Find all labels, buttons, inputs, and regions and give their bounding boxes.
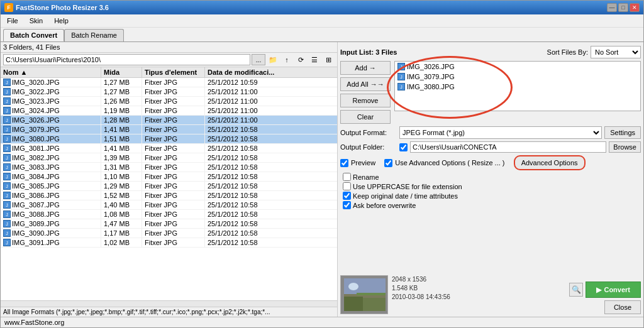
table-row[interactable]: J IMG_3079.JPG 1,41 MB Fitxer JPG 25/1/2… — [1, 125, 337, 134]
menu-file[interactable]: File — [3, 16, 22, 26]
list-item[interactable]: J IMG_3079.JPG — [395, 72, 640, 82]
file-icon: J — [3, 135, 11, 143]
table-row[interactable]: J IMG_3020.JPG 1,27 MB Fitxer JPG 25/1/2… — [1, 78, 337, 87]
play-icon: ▶ — [596, 286, 601, 294]
table-row[interactable]: J IMG_3023.JPG 1,26 MB Fitxer JPG 25/1/2… — [1, 97, 337, 106]
file-icon: J — [3, 126, 11, 133]
list-item[interactable]: J IMG_3080.JPG — [395, 82, 640, 92]
close-window-button[interactable]: ✕ — [630, 3, 640, 12]
file-type-cell: Fitxer JPG — [142, 210, 205, 219]
status-bar: www.FastStone.org — [1, 317, 643, 327]
table-row[interactable]: J IMG_3082.JPG 1,39 MB Fitxer JPG 25/1/2… — [1, 153, 337, 163]
add-button[interactable]: Add → — [340, 61, 391, 75]
output-folder-browse-button[interactable]: Browse — [609, 141, 641, 153]
toolbar-icon-2[interactable]: ↑ — [280, 54, 293, 65]
table-row[interactable]: J IMG_3080.JPG 1,51 MB Fitxer JPG 25/1/2… — [1, 134, 337, 144]
table-row[interactable]: J IMG_3084.JPG 1,10 MB Fitxer JPG 25/1/2… — [1, 172, 337, 182]
preview-svg — [341, 275, 387, 314]
svg-point-4 — [348, 283, 358, 290]
advanced-options-button[interactable]: Advanced Options — [514, 155, 586, 170]
file-type-cell: Fitxer JPG — [142, 238, 205, 247]
file-name-cell: J IMG_3024.JPG — [1, 106, 101, 115]
table-row[interactable]: J IMG_3085.JPG 1,29 MB Fitxer JPG 25/1/2… — [1, 182, 337, 191]
tab-batch-rename[interactable]: Batch Rename — [64, 29, 124, 41]
input-file-name: IMG_3026.JPG — [407, 63, 455, 70]
file-type-cell: Fitxer JPG — [142, 191, 205, 200]
table-row[interactable]: J IMG_3088.JPG 1,08 MB Fitxer JPG 25/1/2… — [1, 210, 337, 219]
rename-checkbox[interactable] — [343, 173, 351, 181]
output-folder-checkbox[interactable] — [399, 143, 408, 151]
table-row[interactable]: J IMG_3087.JPG 1,40 MB Fitxer JPG 25/1/2… — [1, 200, 337, 210]
toolbar-icon-4[interactable]: ☰ — [308, 54, 321, 65]
column-name[interactable]: Nom ▲ — [1, 67, 101, 77]
settings-button[interactable]: Settings — [604, 126, 641, 139]
minimize-button[interactable]: — — [607, 3, 617, 12]
table-row[interactable]: J IMG_3024.JPG 1,19 MB Fitxer JPG 25/1/2… — [1, 106, 337, 116]
preview-dimensions: 2048 x 1536 — [392, 275, 450, 284]
file-type-cell: Fitxer JPG — [142, 200, 205, 209]
file-name-cell: J IMG_3088.JPG — [1, 210, 101, 219]
toolbar-icon-5[interactable]: ⊞ — [322, 54, 335, 65]
adv-options-checkbox[interactable] — [384, 159, 392, 167]
horizontal-scrollbar[interactable] — [1, 300, 337, 307]
table-row[interactable]: J IMG_3086.JPG 1,52 MB Fitxer JPG 25/1/2… — [1, 191, 337, 200]
file-name-cell: J IMG_3082.JPG — [1, 153, 101, 162]
path-browse-button[interactable]: ... — [252, 54, 265, 65]
file-type-cell: Fitxer JPG — [142, 125, 205, 134]
toolbar-icon-3[interactable]: ⟳ — [294, 54, 307, 65]
column-type[interactable]: Tipus d'element — [142, 67, 205, 77]
file-date-cell: 25/1/2012 10:58 — [205, 125, 337, 134]
table-row[interactable]: J IMG_3089.JPG 1,47 MB Fitxer JPG 25/1/2… — [1, 219, 337, 229]
sort-select[interactable]: No Sort Name Size Date — [591, 46, 641, 58]
uppercase-checkbox[interactable] — [343, 182, 351, 190]
ask-overwrite-label: Ask before overwrite — [353, 202, 416, 209]
column-size[interactable]: Mida — [101, 67, 142, 77]
convert-label: Convert — [604, 286, 630, 293]
file-date-cell: 25/1/2012 11:00 — [205, 97, 337, 106]
svg-rect-7 — [363, 298, 386, 311]
add-all-button[interactable]: Add All →→ — [340, 77, 391, 91]
file-size-cell: 1,41 MB — [101, 144, 142, 153]
toolbar-icon-1[interactable]: 📁 — [267, 54, 279, 65]
file-size-cell: 1,40 MB — [101, 200, 142, 209]
output-folder-input[interactable] — [410, 141, 606, 153]
table-row[interactable]: J IMG_3083.JPG 1,31 MB Fitxer JPG 25/1/2… — [1, 163, 337, 172]
input-list-label: Input List: 3 Files — [340, 48, 397, 56]
path-input[interactable] — [3, 54, 250, 65]
file-name-cell: J IMG_3083.JPG — [1, 163, 101, 172]
sort-label: Sort Files By: — [547, 48, 588, 56]
menu-skin[interactable]: Skin — [26, 16, 47, 26]
file-size-cell: 1,39 MB — [101, 153, 142, 162]
table-row[interactable]: J IMG_3090.JPG 1,17 MB Fitxer JPG 25/1/2… — [1, 229, 337, 238]
file-filter-bar: All Image Formats (*.jpg;*.jpe;*.jpeg;*.… — [1, 307, 337, 317]
file-size-cell: 1,10 MB — [101, 172, 142, 181]
table-row[interactable]: J IMG_3022.JPG 1,27 MB Fitxer JPG 25/1/2… — [1, 87, 337, 97]
menu-help[interactable]: Help — [50, 16, 72, 26]
ask-overwrite-checkbox[interactable] — [343, 201, 351, 209]
table-row[interactable]: J IMG_3091.JPG 1,02 MB Fitxer JPG 25/1/2… — [1, 238, 337, 248]
keep-date-checkbox[interactable] — [343, 192, 351, 200]
magnify-button[interactable]: 🔍 — [569, 283, 583, 297]
close-button[interactable]: Close — [604, 300, 641, 314]
preview-checkbox[interactable] — [340, 159, 348, 167]
convert-button[interactable]: ▶ Convert — [586, 282, 641, 298]
remove-button[interactable]: Remove — [340, 94, 391, 107]
list-item[interactable]: J IMG_3026.JPG — [395, 62, 640, 72]
table-row[interactable]: J IMG_3026.JPG 1,28 MB Fitxer JPG 25/1/2… — [1, 116, 337, 125]
column-date[interactable]: Data de modificaci... — [205, 67, 337, 77]
input-file-name: IMG_3079.JPG — [407, 73, 455, 80]
tab-batch-convert[interactable]: Batch Convert — [3, 29, 64, 41]
file-name-cell: J IMG_3079.JPG — [1, 125, 101, 134]
clear-button[interactable]: Clear — [340, 110, 391, 124]
maximize-button[interactable]: □ — [618, 3, 628, 12]
file-name-cell: J IMG_3023.JPG — [1, 97, 101, 106]
table-row[interactable]: J IMG_3081.JPG 1,41 MB Fitxer JPG 25/1/2… — [1, 144, 337, 153]
menu-bar: File Skin Help — [1, 14, 643, 28]
output-format-select[interactable]: JPEG Format (*.jpg) PNG Format (*.png) B… — [399, 126, 602, 139]
file-size-cell: 1,17 MB — [101, 229, 142, 238]
file-date-cell: 25/1/2012 10:58 — [205, 182, 337, 190]
file-name-cell: J IMG_3080.JPG — [1, 134, 101, 143]
file-icon: J — [3, 192, 11, 199]
main-window: F FastStone Photo Resizer 3.6 — □ ✕ File… — [0, 0, 644, 328]
file-type-cell: Fitxer JPG — [142, 116, 205, 124]
